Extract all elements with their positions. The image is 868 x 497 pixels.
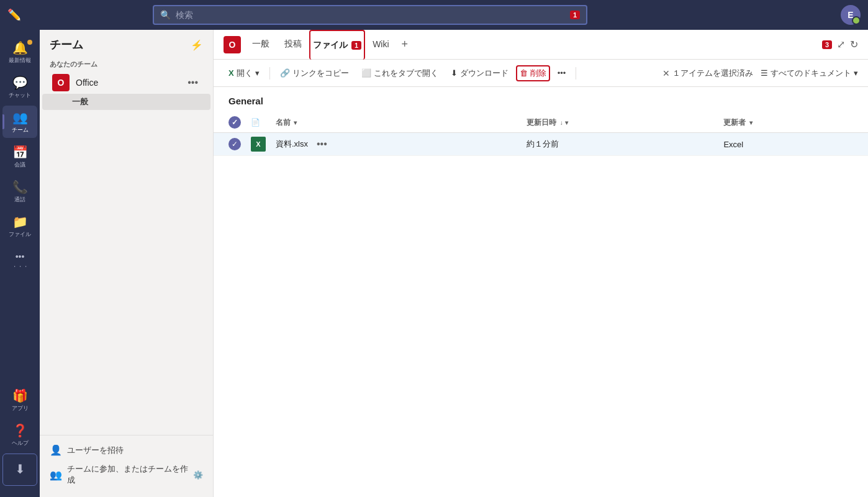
file-area: General ✓ 📄 名前 ▾ (214, 87, 868, 497)
select-all-checkbox[interactable]: ✓ (228, 116, 241, 129)
team-avatar-office: O (52, 74, 70, 91)
step-badge-files-tab: 1 (351, 41, 361, 50)
calls-icon: 📞 (12, 180, 28, 194)
top-bar: ✏️ 🔍 1 E (0, 0, 868, 30)
sidebar-item-label-more: ・・・ (12, 263, 29, 271)
search-bar: 🔍 1 (153, 5, 587, 25)
file-modified-text: 約１分前 (527, 139, 559, 148)
invite-users-item[interactable]: 👤 ユーザーを招待 (50, 440, 203, 460)
link-icon: 🔗 (280, 68, 290, 78)
sidebar-item-label-teams: チーム (12, 126, 29, 134)
modified-sort-arrow: ↓ ▾ (560, 119, 568, 126)
delete-button[interactable]: 🗑 削除 (516, 65, 550, 81)
tab-post[interactable]: 投稿 (277, 30, 309, 60)
sidebar-item-activity[interactable]: 🔔 最新情報 (2, 36, 37, 68)
sidebar-item-download[interactable]: ⬇ (2, 454, 37, 486)
general-section-title: General (214, 87, 868, 112)
section-label-your-teams: あなたのチーム (40, 57, 213, 71)
sidebar-item-meetings[interactable]: 📅 会議 (2, 140, 37, 173)
more-icon-toolbar: ••• (558, 68, 566, 78)
list-icon: ☰ (761, 68, 768, 78)
team-more-icon[interactable]: ••• (185, 76, 201, 89)
apps-icon: 🎁 (12, 388, 28, 403)
more-icon: ••• (16, 252, 25, 262)
file-icon-cell: X (246, 133, 271, 156)
table-row[interactable]: ✓ X 資料.xlsx ••• 約 (214, 133, 868, 156)
step-badge-3: 3 (822, 40, 832, 49)
notification-badge (27, 40, 32, 45)
add-tab-button[interactable]: + (397, 38, 414, 51)
file-type-header: 📄 (246, 112, 271, 133)
sidebar-item-calls[interactable]: 📞 通話 (2, 175, 37, 207)
sidebar-item-label-apps: アプリ (12, 404, 29, 413)
row-checkbox-cell[interactable]: ✓ (214, 133, 246, 156)
file-name-cell[interactable]: 資料.xlsx ••• (271, 133, 522, 156)
modified-column-header[interactable]: 更新日時 ↓ ▾ (522, 112, 718, 133)
chat-icon: 💬 (12, 75, 28, 90)
avatar[interactable]: E (841, 5, 861, 25)
sidebar-item-label-activity: 最新情報 (9, 57, 31, 65)
team-item-office[interactable]: O Office ••• (42, 71, 210, 94)
help-icon: ❓ (12, 423, 28, 438)
meetings-icon: 📅 (12, 145, 28, 160)
tab-files[interactable]: ファイル 1 (309, 30, 365, 60)
excel-file-icon: X (251, 137, 266, 152)
filter-icon[interactable]: ⚡ (191, 39, 203, 51)
sidebar-item-more[interactable]: ••• ・・・ (2, 245, 37, 277)
open-tab-button[interactable]: ⬜ これをタブで開く (356, 65, 443, 81)
copy-link-button[interactable]: 🔗 リンクをコピー (275, 65, 354, 81)
delete-icon: 🗑 (520, 68, 528, 78)
download-sidebar-icon: ⬇ (15, 462, 25, 476)
sidebar: 🔔 最新情報 💬 チャット 👥 チーム 📅 会議 📞 通話 📁 ファイル •••… (0, 30, 40, 497)
invite-icon: 👤 (50, 444, 62, 456)
toolbar: X 開く ▾ 🔗 リンクをコピー ⬜ これをタブで開く ⬇ ダウンロード 🗑 削… (214, 60, 868, 87)
sidebar-item-label-files: ファイル (9, 230, 31, 239)
file-modified-by-cell: Excel (718, 133, 868, 156)
all-docs-toggle[interactable]: ☰ すべてのドキュメント ▾ (761, 68, 858, 79)
invite-label: ユーザーを招待 (67, 445, 124, 456)
file-modified-by-text: Excel (723, 140, 743, 149)
open-button[interactable]: X 開く ▾ (224, 65, 264, 81)
sidebar-bottom: 🎁 アプリ ❓ ヘルプ ⬇ (0, 383, 40, 492)
settings-icon[interactable]: ⚙️ (193, 470, 203, 480)
teams-icon: 👥 (12, 110, 28, 125)
file-more-button[interactable]: ••• (313, 137, 331, 151)
sidebar-item-apps[interactable]: 🎁 アプリ (2, 384, 37, 416)
tab-general[interactable]: 一般 (245, 30, 277, 60)
file-table: ✓ 📄 名前 ▾ 更新日時 ↓ ▾ (214, 112, 868, 156)
sidebar-item-label-meetings: 会議 (14, 161, 25, 169)
step-badge-1: 1 (570, 11, 580, 19)
all-docs-label: すべてのドキュメント (771, 68, 851, 79)
sidebar-item-help[interactable]: ❓ ヘルプ (2, 419, 37, 451)
teams-title: チーム (50, 37, 83, 52)
main-layout: 🔔 最新情報 💬 チャット 👥 チーム 📅 会議 📞 通話 📁 ファイル •••… (0, 30, 868, 497)
checkbox-header[interactable]: ✓ (214, 112, 246, 133)
download-button[interactable]: ⬇ ダウンロード (446, 65, 513, 81)
open-chevron: ▾ (255, 68, 260, 78)
sidebar-item-chat[interactable]: 💬 チャット (2, 71, 37, 103)
selection-count-label: １アイテムを選択済み (672, 68, 753, 79)
sidebar-item-files[interactable]: 📁 ファイル (2, 210, 37, 242)
channel-icon: O (224, 36, 241, 53)
modified-by-column-header[interactable]: 更新者 ▾ (718, 112, 868, 133)
search-input[interactable] (176, 10, 567, 20)
content-area: O 一般 投稿 ファイル 1 Wiki + 3 ⤢ ↻ X (214, 30, 868, 497)
name-column-header[interactable]: 名前 ▾ (271, 112, 522, 133)
search-icon: 🔍 (160, 10, 171, 20)
refresh-icon[interactable]: ↻ (850, 39, 858, 50)
sidebar-item-label-chat: チャット (9, 91, 31, 99)
row-checkbox[interactable]: ✓ (228, 138, 241, 150)
join-create-team-item[interactable]: 👥 チームに参加、またはチームを作成 ⚙️ (50, 460, 203, 490)
teams-bottom: 👤 ユーザーを招待 👥 チームに参加、またはチームを作成 ⚙️ (40, 435, 213, 497)
excel-icon-toolbar: X (228, 68, 234, 78)
teams-panel: チーム ⚡ あなたのチーム O Office ••• 一般 👤 ユーザーを招待 … (40, 30, 214, 497)
compose-icon[interactable]: ✏️ (7, 8, 21, 22)
expand-icon[interactable]: ⤢ (837, 39, 845, 50)
top-bar-right: E (841, 5, 861, 25)
modified-by-sort-arrow: ▾ (749, 119, 753, 126)
channel-item-general[interactable]: 一般 (42, 94, 210, 110)
more-actions-button[interactable]: ••• (553, 66, 571, 80)
tab-wiki[interactable]: Wiki (365, 30, 396, 60)
sidebar-item-teams[interactable]: 👥 チーム (2, 106, 37, 138)
close-selection-button[interactable]: ✕ (662, 68, 670, 78)
